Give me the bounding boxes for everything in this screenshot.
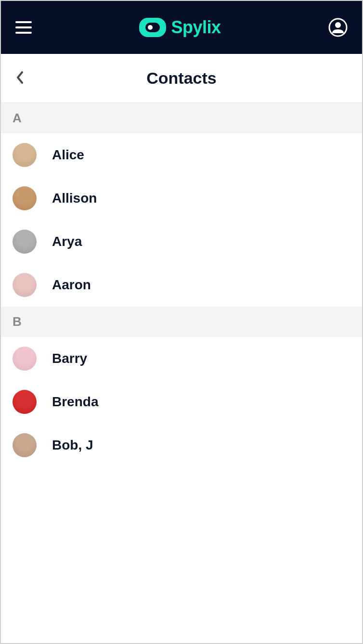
contact-name: Arya	[52, 234, 82, 249]
app-logo: Spylix	[139, 17, 220, 38]
avatar	[13, 273, 37, 297]
contact-item[interactable]: Alice	[1, 133, 362, 177]
contact-name: Alice	[52, 147, 84, 163]
contact-item[interactable]: Brenda	[1, 380, 362, 424]
hamburger-menu-icon[interactable]	[15, 21, 32, 34]
contact-name: Barry	[52, 351, 87, 366]
section-header-b: B	[1, 307, 362, 337]
title-bar: Contacts	[1, 54, 362, 103]
page-title: Contacts	[1, 69, 362, 88]
avatar	[13, 143, 37, 167]
svg-point-1	[335, 22, 341, 28]
back-icon[interactable]	[15, 70, 24, 87]
contact-item[interactable]: Bob, J	[1, 424, 362, 467]
app-header: Spylix	[1, 1, 362, 54]
contact-name: Bob, J	[52, 438, 93, 453]
logo-icon	[139, 18, 166, 37]
contact-item[interactable]: Allison	[1, 177, 362, 220]
logo-text: Spylix	[171, 17, 220, 38]
avatar	[13, 347, 37, 371]
contacts-list: A Alice Allison Arya Aaron B Barry Brend…	[1, 103, 362, 643]
avatar	[13, 230, 37, 254]
contact-item[interactable]: Arya	[1, 220, 362, 263]
avatar	[13, 390, 37, 414]
avatar	[13, 433, 37, 457]
profile-icon[interactable]	[328, 18, 348, 37]
contact-name: Brenda	[52, 394, 98, 410]
contact-name: Allison	[52, 191, 97, 206]
section-header-a: A	[1, 103, 362, 133]
contact-item[interactable]: Aaron	[1, 263, 362, 307]
contact-item[interactable]: Barry	[1, 337, 362, 380]
avatar	[13, 186, 37, 210]
contact-name: Aaron	[52, 277, 91, 293]
